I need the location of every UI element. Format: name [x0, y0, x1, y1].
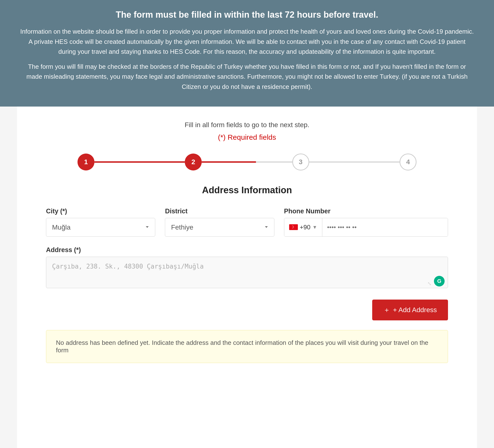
step-3-number: 3 [299, 158, 303, 166]
step-progress: 1 2 3 4 [46, 153, 448, 171]
city-select[interactable]: Muğla [46, 218, 155, 236]
step-1-circle[interactable]: 1 [77, 153, 94, 171]
step-1-number: 1 [84, 158, 88, 166]
main-content: Fill in all form fields to go to the nex… [17, 107, 477, 448]
resize-icon: ⤡ [427, 281, 432, 286]
add-address-button[interactable]: ＋ + Add Address [372, 299, 448, 320]
header-paragraph2: The form you will fill may be checked at… [19, 62, 475, 92]
phone-number-input[interactable] [322, 218, 448, 236]
add-address-row: ＋ + Add Address [46, 299, 448, 320]
phone-input-wrapper: +90 ▼ [284, 218, 448, 236]
step-line-1-2 [94, 161, 185, 163]
district-label: District [165, 208, 274, 215]
district-group: District Fethiye [165, 208, 274, 236]
content-spacer [46, 377, 448, 426]
instruction-text: Fill in all form fields to go to the nex… [46, 121, 448, 129]
step-4-number: 4 [406, 158, 410, 166]
address-label: Address (*) [46, 246, 448, 254]
step-2-circle[interactable]: 2 [185, 153, 202, 171]
step-line-2-3 [202, 161, 292, 163]
step-wrapper: 1 2 3 4 [77, 153, 417, 171]
step-line-3-4 [309, 161, 400, 163]
district-select[interactable]: Fethiye [165, 218, 274, 236]
phone-prefix[interactable]: +90 ▼ [284, 218, 322, 236]
address-row-1: City (*) Muğla District Fethiye Phone Nu… [46, 208, 448, 236]
city-label: City (*) [46, 208, 155, 215]
plus-icon: ＋ [383, 305, 390, 315]
header-paragraph1: Information on the website should be fil… [19, 27, 475, 57]
phone-group: Phone Number +90 ▼ [284, 208, 448, 236]
turkey-flag-icon [289, 224, 298, 230]
required-fields-label: (*) Required fields [46, 133, 448, 141]
add-address-label: + Add Address [393, 306, 437, 314]
phone-country-code: +90 [300, 224, 310, 231]
grammarly-icon: G [434, 276, 445, 286]
step-2-number: 2 [192, 158, 196, 166]
phone-label: Phone Number [284, 208, 448, 215]
step-3-circle[interactable]: 3 [292, 153, 309, 171]
address-group: Address (*) Çarşıba, 238. Sk., 48300 Çar… [46, 246, 448, 290]
header-title: The form must be filled in within the la… [19, 10, 475, 20]
address-textarea[interactable]: Çarşıba, 238. Sk., 48300 Çarşıbaşı/Muğla [46, 257, 448, 288]
address-row-2: Address (*) Çarşıba, 238. Sk., 48300 Çar… [46, 246, 448, 290]
section-title: Address Information [46, 185, 448, 195]
city-group: City (*) Muğla [46, 208, 155, 236]
address-field-container: Çarşıba, 238. Sk., 48300 Çarşıbaşı/Muğla… [46, 257, 448, 290]
no-address-notice: No address has been defined yet. Indicat… [46, 330, 448, 363]
header-banner: The form must be filled in within the la… [0, 0, 494, 107]
step-4-circle[interactable]: 4 [400, 153, 417, 171]
no-address-text: No address has been defined yet. Indicat… [56, 339, 428, 354]
dropdown-arrow-icon: ▼ [312, 224, 317, 230]
